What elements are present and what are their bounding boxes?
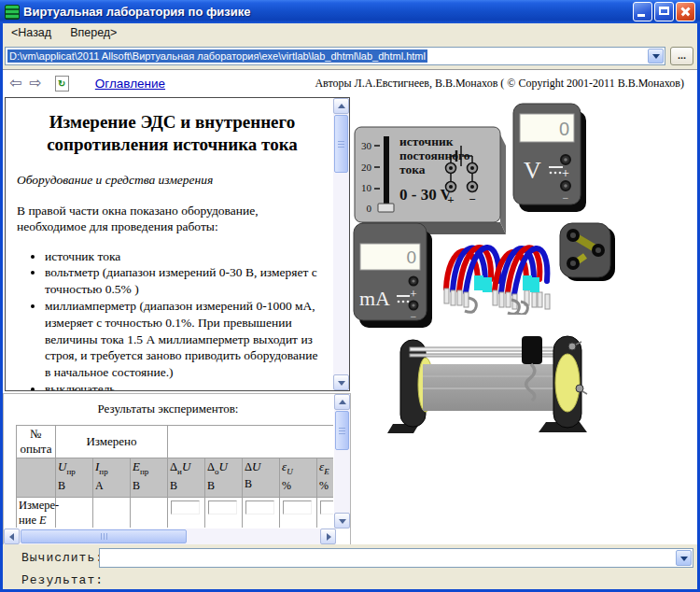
- scroll-up-icon[interactable]: [333, 98, 349, 114]
- svg-text:+: +: [410, 287, 416, 301]
- page-back-icon[interactable]: ⇦: [9, 76, 21, 91]
- col-header: EпрВ: [131, 458, 168, 498]
- list-item: источник тока: [45, 248, 328, 265]
- terminal-icon[interactable]: [576, 385, 583, 392]
- article-subtitle: Оборудование и средства измерения: [17, 173, 328, 188]
- address-combobox[interactable]: D:\vm\applicat\2011 Allsoft\Виртуальная …: [5, 47, 665, 65]
- svg-text:30: 30: [361, 140, 372, 151]
- col-header: ΔиUВ: [168, 458, 205, 498]
- app-window: Виртуальная лаборатория по физике <Назад…: [0, 0, 700, 592]
- svg-text:+: +: [447, 192, 454, 206]
- compute-label: Вычислить:: [21, 551, 104, 565]
- compute-combobox[interactable]: [99, 548, 693, 568]
- scroll-up-icon[interactable]: [334, 394, 350, 410]
- row-label: Измере-ние E: [17, 498, 56, 529]
- col-header-measured: Измерено: [56, 426, 168, 458]
- scroll-down-icon[interactable]: [334, 513, 350, 529]
- content-area: ⇦ ⇨ ↻ Оглавление Авторы Л.А.Евстигнеев, …: [3, 69, 697, 544]
- voltage-slider-track[interactable]: [384, 136, 389, 211]
- col-header: εE%: [317, 458, 333, 498]
- address-dropdown-button[interactable]: [648, 49, 664, 63]
- description-panel: Измерение ЭДС и внутреннего сопротивлени…: [5, 97, 350, 391]
- rheostat[interactable]: [387, 335, 588, 436]
- article-title: Измерение ЭДС и внутреннего сопротивлени…: [17, 111, 328, 156]
- svg-text:постоянного: постоянного: [399, 148, 470, 162]
- svg-text:10: 10: [361, 182, 372, 193]
- results-title: Результаты экспериментов:: [4, 402, 332, 416]
- col-header: ΔоUВ: [205, 458, 243, 498]
- results-table-region: № опыта Измерено UпрВ IпрА EпрВ ΔиUВ ΔоU…: [16, 425, 333, 528]
- results-panel: Результаты экспериментов: № опыта Измере…: [3, 393, 351, 545]
- voltmeter[interactable]: 0 V + −: [511, 102, 590, 216]
- bottom-bar: Вычислить: Результат:: [3, 544, 697, 589]
- scroll-down-icon[interactable]: [333, 374, 349, 390]
- terminal-icon[interactable]: [568, 343, 576, 350]
- col-header: [17, 458, 56, 498]
- menu-bar: <Назад Вперед>: [3, 23, 697, 42]
- close-button[interactable]: [676, 2, 695, 21]
- col-header: UпрВ: [56, 458, 93, 498]
- article-intro: В правой части окна показано оборудовани…: [17, 203, 328, 235]
- window-border: [0, 23, 3, 592]
- description-scrollbar[interactable]: [333, 98, 349, 390]
- list-item: выключатель: [45, 381, 328, 390]
- wires[interactable]: [437, 221, 553, 315]
- result-input[interactable]: [320, 500, 333, 514]
- svg-text:0: 0: [367, 203, 372, 214]
- results-table: № опыта Измерено UпрВ IпрА EпрВ ΔиUВ ΔоU…: [16, 425, 333, 528]
- scroll-right-icon[interactable]: [320, 529, 336, 544]
- svg-text:0: 0: [406, 247, 416, 267]
- result-input[interactable]: [245, 500, 274, 514]
- menu-forward[interactable]: Вперед>: [67, 25, 119, 40]
- compute-input[interactable]: [102, 550, 671, 566]
- result-input[interactable]: [171, 500, 200, 514]
- address-row: D:\vm\applicat\2011 Allsoft\Виртуальная …: [3, 42, 697, 69]
- app-icon: [5, 5, 20, 20]
- switch[interactable]: [558, 221, 618, 285]
- refresh-icon[interactable]: ↻: [55, 76, 69, 92]
- menu-back[interactable]: <Назад: [8, 25, 54, 40]
- voltage-slider-handle[interactable]: [378, 204, 394, 212]
- svg-text:mA: mA: [359, 287, 390, 310]
- svg-text:20: 20: [361, 162, 372, 173]
- browse-button[interactable]: ...: [670, 47, 693, 65]
- equipment-panel: 30 20 10 0 источник постоянного тока 0 -…: [352, 96, 697, 545]
- address-input[interactable]: D:\vm\applicat\2011 Allsoft\Виртуальная …: [7, 49, 427, 63]
- scrollbar-thumb[interactable]: [335, 411, 349, 450]
- maximize-button[interactable]: [654, 2, 674, 21]
- list-item: миллиамперметр (диапазон измерений 0-100…: [45, 298, 328, 381]
- col-header: εU%: [280, 458, 317, 498]
- col-header-experiment: № опыта: [17, 426, 56, 458]
- results-scrollbar-vertical[interactable]: [334, 394, 350, 529]
- list-item: вольтметр (диапазон измерений 0-30 В, из…: [45, 264, 328, 298]
- result-input[interactable]: [208, 500, 237, 514]
- svg-text:0 - 30 V: 0 - 30 V: [399, 186, 453, 204]
- result-label: Результат:: [21, 573, 104, 587]
- toc-link[interactable]: Оглавление: [95, 77, 165, 91]
- authors-credit: Авторы Л.А.Евстигнеев, В.В.Монахов ( © C…: [315, 77, 684, 91]
- svg-text:−: −: [469, 192, 475, 206]
- scrollbar-thumb[interactable]: [334, 115, 348, 173]
- equipment-list: источник тока вольтметр (диапазон измере…: [17, 248, 328, 390]
- scroll-left-icon[interactable]: [4, 529, 20, 544]
- col-header: ΔUВ: [243, 458, 280, 498]
- svg-text:0: 0: [559, 119, 569, 139]
- title-bar[interactable]: Виртуальная лаборатория по физике: [0, 0, 700, 23]
- rheostat-slider[interactable]: [522, 336, 542, 364]
- page-forward-icon[interactable]: ⇨: [29, 76, 41, 91]
- svg-text:+: +: [562, 166, 569, 180]
- svg-text:источник: источник: [399, 134, 454, 148]
- svg-text:тока: тока: [399, 162, 426, 176]
- compute-dropdown-button[interactable]: [676, 550, 692, 566]
- svg-text:V: V: [524, 157, 541, 184]
- window-title: Виртуальная лаборатория по физике: [23, 5, 633, 19]
- svg-text:−: −: [563, 191, 569, 204]
- table-row: Измере-ние E: [17, 498, 334, 529]
- result-input[interactable]: [283, 500, 312, 514]
- results-scrollbar-horizontal[interactable]: [4, 529, 336, 544]
- col-header-spacer: [168, 426, 333, 458]
- page-toolbar: ⇦ ⇨ ↻ Оглавление Авторы Л.А.Евстигнеев, …: [3, 70, 697, 96]
- milliammeter[interactable]: 0 mA + −: [352, 221, 434, 333]
- minimize-button[interactable]: [633, 2, 652, 21]
- scrollbar-thumb[interactable]: [21, 529, 187, 543]
